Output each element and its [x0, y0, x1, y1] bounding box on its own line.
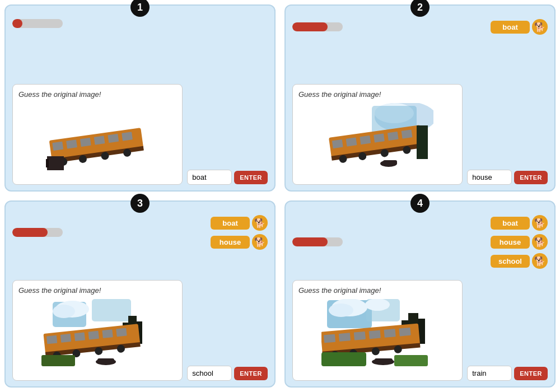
panel-number-4: 4 — [410, 194, 430, 213]
progress-fill-1 — [12, 19, 22, 28]
svg-rect-81 — [394, 355, 428, 366]
panel-number-3: 3 — [130, 194, 150, 213]
progress-fill-2 — [292, 22, 328, 31]
svg-rect-43 — [46, 335, 57, 344]
svg-rect-45 — [74, 332, 85, 341]
train-image-2 — [298, 103, 456, 170]
progress-bar-1 — [12, 19, 63, 28]
input-area-1: ENTER — [187, 170, 268, 185]
svg-rect-70 — [369, 330, 381, 339]
answers-stack-3: boat 🐕 house 🐕 — [211, 215, 268, 250]
progress-fill-3 — [12, 228, 48, 237]
train-image-4 — [298, 299, 456, 366]
panel-number-2: 2 — [410, 0, 430, 17]
instruction-4: Guess the original image! — [298, 286, 456, 295]
svg-rect-25 — [402, 129, 413, 138]
svg-rect-22 — [360, 136, 371, 144]
progress-bar-2 — [292, 22, 343, 31]
enter-button-3[interactable]: ENTER — [234, 367, 268, 380]
svg-rect-69 — [354, 332, 366, 340]
answer-badge-4-2: school 🐕 — [491, 253, 548, 269]
panel-2-content: Guess the original image! — [292, 38, 548, 185]
input-area-4: ENTER — [467, 366, 548, 381]
answer-label-3-1: house — [211, 236, 250, 249]
progress-fill-4 — [292, 237, 328, 246]
answer-label-4-0: boat — [491, 217, 530, 230]
image-area-1: Guess the original image! — [12, 84, 183, 185]
dog-icon-3-1: 🐕 — [252, 234, 268, 250]
answers-stack-4: boat 🐕 house 🐕 school 🐕 — [491, 215, 548, 269]
progress-bar-3 — [12, 228, 63, 237]
svg-rect-6 — [108, 134, 119, 143]
panel-2-header: boat 🐕 — [292, 19, 548, 35]
svg-rect-46 — [88, 331, 99, 340]
guess-input-1[interactable] — [187, 170, 232, 185]
svg-rect-33 — [383, 160, 397, 165]
svg-rect-23 — [374, 133, 385, 142]
svg-rect-47 — [102, 329, 113, 338]
panel-4-header: boat 🐕 house 🐕 school 🐕 — [292, 215, 548, 269]
panel-4-content: Guess the original image! — [292, 272, 548, 381]
answer-label-3-0: boat — [211, 217, 250, 230]
image-area-3: Guess the original image! — [12, 280, 183, 381]
answer-badge-4-1: house 🐕 — [491, 234, 548, 250]
guess-input-2[interactable] — [467, 170, 512, 185]
svg-rect-24 — [388, 132, 399, 141]
enter-button-4[interactable]: ENTER — [514, 367, 548, 380]
svg-rect-4 — [80, 138, 91, 147]
dog-icon-4-1: 🐕 — [532, 234, 548, 250]
svg-rect-80 — [321, 352, 366, 366]
answer-badge-3-1: house 🐕 — [211, 234, 268, 250]
dog-icon-2-0: 🐕 — [532, 19, 548, 35]
svg-rect-72 — [399, 328, 411, 337]
guess-input-4[interactable] — [467, 366, 512, 381]
panel-3-header: boat 🐕 house 🐕 — [12, 215, 268, 250]
svg-rect-20 — [332, 139, 343, 148]
progress-bar-4 — [292, 237, 343, 246]
image-area-4: Guess the original image! — [292, 280, 463, 381]
dog-icon-4-0: 🐕 — [532, 215, 548, 231]
panel-4: 4 boat 🐕 house 🐕 school 🐕 Guess the orig… — [284, 200, 556, 388]
svg-rect-14 — [46, 159, 49, 167]
svg-rect-13 — [47, 156, 64, 170]
svg-point-38 — [53, 305, 75, 318]
answer-badge-3-0: boat 🐕 — [211, 215, 268, 231]
svg-point-61 — [329, 304, 353, 317]
guess-row-3: ENTER — [187, 366, 268, 381]
svg-rect-31 — [417, 125, 428, 159]
svg-rect-48 — [116, 328, 127, 337]
svg-rect-67 — [324, 334, 335, 343]
image-area-2: Guess the original image! — [292, 84, 463, 185]
panel-1-header — [12, 19, 268, 28]
svg-rect-36 — [92, 299, 131, 321]
panel-3-content: Guess the original image! — [12, 253, 268, 381]
guess-row-4: ENTER — [467, 366, 548, 381]
answer-label-4-1: house — [491, 236, 530, 249]
instruction-1: Guess the original image! — [18, 90, 176, 99]
answer-label-4-2: school — [491, 255, 530, 268]
svg-rect-5 — [94, 136, 105, 144]
svg-rect-44 — [60, 334, 71, 343]
instruction-3: Guess the original image! — [18, 286, 176, 295]
panel-2: 2 boat 🐕 Guess the original image! — [284, 4, 556, 192]
panel-1: 1 Guess the original image! — [4, 4, 276, 192]
instruction-2: Guess the original image! — [298, 90, 456, 99]
enter-button-2[interactable]: ENTER — [514, 171, 548, 184]
svg-point-62 — [365, 299, 390, 311]
panel-1-content: Guess the original image! — [12, 31, 268, 185]
svg-rect-3 — [66, 139, 77, 148]
svg-rect-56 — [41, 355, 75, 366]
svg-rect-2 — [52, 142, 63, 151]
guess-input-3[interactable] — [187, 366, 232, 381]
svg-rect-7 — [122, 132, 133, 141]
svg-rect-79 — [375, 358, 393, 363]
train-image-1 — [18, 103, 176, 170]
svg-rect-71 — [384, 329, 396, 338]
guess-row-1: ENTER — [187, 170, 268, 185]
enter-button-1[interactable]: ENTER — [234, 171, 268, 184]
answer-badge-4-0: boat 🐕 — [491, 215, 548, 231]
panel-number-1: 1 — [130, 0, 150, 17]
guess-row-2: ENTER — [467, 170, 548, 185]
dog-icon-4-2: 🐕 — [532, 253, 548, 269]
input-area-3: ENTER — [187, 366, 268, 381]
